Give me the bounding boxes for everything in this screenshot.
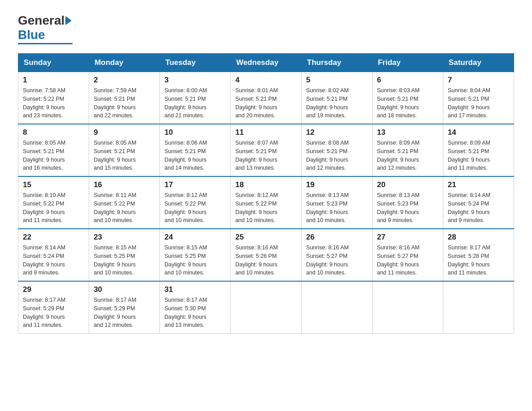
- logo-underline: [18, 43, 73, 44]
- calendar-cell: 11 Sunrise: 8:07 AMSunset: 5:21 PMDaylig…: [231, 124, 301, 176]
- column-header-wednesday: Wednesday: [231, 54, 301, 72]
- header: General Blue: [18, 13, 514, 44]
- day-number: 9: [94, 128, 155, 137]
- column-header-thursday: Thursday: [301, 54, 372, 72]
- day-number: 11: [235, 128, 296, 137]
- day-number: 10: [164, 128, 226, 137]
- day-number: 23: [94, 233, 155, 242]
- calendar-week-row: 15 Sunrise: 8:10 AMSunset: 5:22 PMDaylig…: [18, 176, 514, 229]
- calendar-week-row: 8 Sunrise: 8:05 AMSunset: 5:21 PMDayligh…: [18, 124, 514, 176]
- day-number: 30: [94, 285, 155, 294]
- calendar-cell: 1 Sunrise: 7:58 AMSunset: 5:22 PMDayligh…: [18, 72, 89, 124]
- day-info: Sunrise: 7:59 AMSunset: 5:21 PMDaylight:…: [94, 86, 155, 120]
- calendar-cell: 6 Sunrise: 8:03 AMSunset: 5:21 PMDayligh…: [372, 72, 443, 124]
- day-info: Sunrise: 8:14 AMSunset: 5:24 PMDaylight:…: [448, 191, 509, 225]
- column-header-tuesday: Tuesday: [160, 54, 231, 72]
- calendar-cell: 3 Sunrise: 8:00 AMSunset: 5:21 PMDayligh…: [160, 72, 231, 124]
- day-info: Sunrise: 8:06 AMSunset: 5:21 PMDaylight:…: [164, 139, 226, 172]
- calendar-cell: 30 Sunrise: 8:17 AMSunset: 5:29 PMDaylig…: [89, 281, 160, 334]
- calendar-cell: 31 Sunrise: 8:17 AMSunset: 5:30 PMDaylig…: [160, 281, 231, 334]
- day-info: Sunrise: 8:17 AMSunset: 5:29 PMDaylight:…: [23, 296, 84, 330]
- day-number: 22: [23, 233, 84, 242]
- calendar-cell: 12 Sunrise: 8:08 AMSunset: 5:21 PMDaylig…: [301, 124, 372, 176]
- calendar-cell: 18 Sunrise: 8:12 AMSunset: 5:22 PMDaylig…: [231, 176, 301, 229]
- day-info: Sunrise: 8:00 AMSunset: 5:21 PMDaylight:…: [164, 86, 226, 120]
- calendar-cell: 14 Sunrise: 8:09 AMSunset: 5:21 PMDaylig…: [443, 124, 514, 176]
- day-info: Sunrise: 8:05 AMSunset: 5:21 PMDaylight:…: [23, 139, 84, 172]
- calendar-cell: 8 Sunrise: 8:05 AMSunset: 5:21 PMDayligh…: [18, 124, 89, 176]
- day-number: 16: [94, 180, 155, 189]
- calendar-cell: 2 Sunrise: 7:59 AMSunset: 5:21 PMDayligh…: [89, 72, 160, 124]
- day-number: 31: [164, 285, 226, 294]
- day-number: 25: [235, 233, 296, 242]
- day-info: Sunrise: 8:12 AMSunset: 5:22 PMDaylight:…: [235, 191, 296, 225]
- day-number: 20: [377, 180, 438, 189]
- calendar-cell: 16 Sunrise: 8:11 AMSunset: 5:22 PMDaylig…: [89, 176, 160, 229]
- calendar-cell: 25 Sunrise: 8:16 AMSunset: 5:26 PMDaylig…: [231, 229, 301, 281]
- calendar-cell: 10 Sunrise: 8:06 AMSunset: 5:21 PMDaylig…: [160, 124, 231, 176]
- day-number: 21: [448, 180, 509, 189]
- logo: General Blue: [18, 13, 73, 44]
- calendar-table: SundayMondayTuesdayWednesdayThursdayFrid…: [18, 53, 514, 334]
- calendar-cell: 19 Sunrise: 8:13 AMSunset: 5:23 PMDaylig…: [301, 176, 372, 229]
- day-info: Sunrise: 8:08 AMSunset: 5:21 PMDaylight:…: [306, 139, 368, 172]
- calendar-cell: 21 Sunrise: 8:14 AMSunset: 5:24 PMDaylig…: [443, 176, 514, 229]
- calendar-cell: 7 Sunrise: 8:04 AMSunset: 5:21 PMDayligh…: [443, 72, 514, 124]
- day-info: Sunrise: 8:17 AMSunset: 5:30 PMDaylight:…: [164, 296, 226, 330]
- calendar-cell: 23 Sunrise: 8:15 AMSunset: 5:25 PMDaylig…: [89, 229, 160, 281]
- calendar-cell: 24 Sunrise: 8:15 AMSunset: 5:25 PMDaylig…: [160, 229, 231, 281]
- calendar-week-row: 1 Sunrise: 7:58 AMSunset: 5:22 PMDayligh…: [18, 72, 514, 124]
- column-header-saturday: Saturday: [443, 54, 514, 72]
- day-info: Sunrise: 8:16 AMSunset: 5:27 PMDaylight:…: [306, 244, 368, 277]
- day-info: Sunrise: 8:11 AMSunset: 5:22 PMDaylight:…: [94, 191, 155, 225]
- day-number: 7: [448, 76, 509, 85]
- day-info: Sunrise: 8:14 AMSunset: 5:24 PMDaylight:…: [23, 244, 84, 277]
- day-info: Sunrise: 8:10 AMSunset: 5:22 PMDaylight:…: [23, 191, 84, 225]
- day-number: 3: [164, 76, 226, 85]
- day-info: Sunrise: 8:13 AMSunset: 5:23 PMDaylight:…: [306, 191, 368, 225]
- calendar-cell: 15 Sunrise: 8:10 AMSunset: 5:22 PMDaylig…: [18, 176, 89, 229]
- day-info: Sunrise: 8:16 AMSunset: 5:27 PMDaylight:…: [377, 244, 438, 277]
- day-number: 8: [23, 128, 84, 137]
- day-info: Sunrise: 8:09 AMSunset: 5:21 PMDaylight:…: [448, 139, 509, 172]
- day-info: Sunrise: 8:03 AMSunset: 5:21 PMDaylight:…: [377, 86, 438, 120]
- logo-arrow-icon: [65, 16, 72, 25]
- day-number: 24: [164, 233, 226, 242]
- day-number: 14: [448, 128, 509, 137]
- column-header-sunday: Sunday: [18, 54, 89, 72]
- day-info: Sunrise: 8:15 AMSunset: 5:25 PMDaylight:…: [94, 244, 155, 277]
- day-number: 12: [306, 128, 368, 137]
- column-header-monday: Monday: [89, 54, 160, 72]
- calendar-cell: 26 Sunrise: 8:16 AMSunset: 5:27 PMDaylig…: [301, 229, 372, 281]
- day-info: Sunrise: 8:05 AMSunset: 5:21 PMDaylight:…: [94, 139, 155, 172]
- day-number: 17: [164, 180, 226, 189]
- calendar-cell: 4 Sunrise: 8:01 AMSunset: 5:21 PMDayligh…: [231, 72, 301, 124]
- day-number: 19: [306, 180, 368, 189]
- day-info: Sunrise: 8:16 AMSunset: 5:26 PMDaylight:…: [235, 244, 296, 277]
- day-info: Sunrise: 8:17 AMSunset: 5:28 PMDaylight:…: [448, 244, 509, 277]
- day-number: 29: [23, 285, 84, 294]
- calendar-cell: 20 Sunrise: 8:13 AMSunset: 5:23 PMDaylig…: [372, 176, 443, 229]
- day-info: Sunrise: 8:09 AMSunset: 5:21 PMDaylight:…: [377, 139, 438, 172]
- day-info: Sunrise: 8:04 AMSunset: 5:21 PMDaylight:…: [448, 86, 509, 120]
- day-number: 15: [23, 180, 84, 189]
- day-number: 2: [94, 76, 155, 85]
- day-number: 27: [377, 233, 438, 242]
- day-number: 18: [235, 180, 296, 189]
- day-info: Sunrise: 8:01 AMSunset: 5:21 PMDaylight:…: [235, 86, 296, 120]
- calendar-week-row: 22 Sunrise: 8:14 AMSunset: 5:24 PMDaylig…: [18, 229, 514, 281]
- calendar-cell: 17 Sunrise: 8:12 AMSunset: 5:22 PMDaylig…: [160, 176, 231, 229]
- calendar-cell: 28 Sunrise: 8:17 AMSunset: 5:28 PMDaylig…: [443, 229, 514, 281]
- day-number: 26: [306, 233, 368, 242]
- day-number: 13: [377, 128, 438, 137]
- calendar-cell: [231, 281, 301, 334]
- calendar-cell: [301, 281, 372, 334]
- calendar-cell: 9 Sunrise: 8:05 AMSunset: 5:21 PMDayligh…: [89, 124, 160, 176]
- calendar-cell: 27 Sunrise: 8:16 AMSunset: 5:27 PMDaylig…: [372, 229, 443, 281]
- day-info: Sunrise: 8:15 AMSunset: 5:25 PMDaylight:…: [164, 244, 226, 277]
- column-header-friday: Friday: [372, 54, 443, 72]
- day-info: Sunrise: 7:58 AMSunset: 5:22 PMDaylight:…: [23, 86, 84, 120]
- calendar-cell: 13 Sunrise: 8:09 AMSunset: 5:21 PMDaylig…: [372, 124, 443, 176]
- day-number: 1: [23, 76, 84, 85]
- day-number: 4: [235, 76, 296, 85]
